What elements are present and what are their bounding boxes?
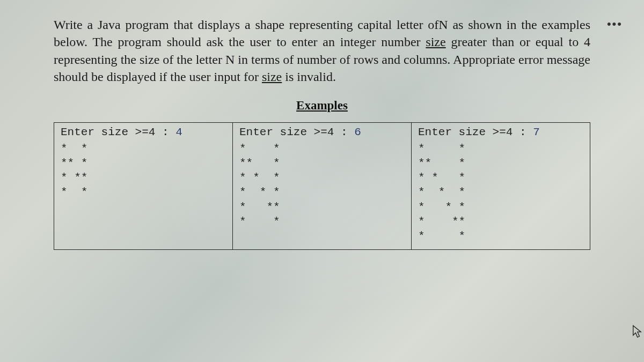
user-input-value: 6 <box>354 126 361 138</box>
example-input-line: Enter size >=4 : 6 <box>239 126 405 138</box>
input-prompt-label: Enter size >=4 : <box>418 126 533 138</box>
page-container: ••• Write a Java program that displays a… <box>0 0 644 362</box>
mouse-cursor-icon <box>632 324 642 338</box>
underlined-size: size <box>262 70 282 84</box>
more-options-icon[interactable]: ••• <box>607 18 623 30</box>
prompt-text: is invalid. <box>282 70 336 84</box>
example-cell: Enter size >=4 : 6 * * ** * * * * * * * … <box>233 122 412 249</box>
examples-table: Enter size >=4 : 4 * * ** * * ** * * Ent… <box>54 122 590 250</box>
example-input-line: Enter size >=4 : 4 <box>61 126 226 138</box>
user-input-value: 4 <box>175 126 182 138</box>
prompt-text: Write a Java program that displays a sha… <box>54 18 438 32</box>
user-input-value: 7 <box>533 126 540 138</box>
input-prompt-label: Enter size >=4 : <box>61 126 175 138</box>
input-prompt-label: Enter size >=4 : <box>239 126 354 138</box>
example-output: * * ** * * * * * * * * * * * ** * * <box>418 142 583 244</box>
example-cell: Enter size >=4 : 7 * * ** * * * * * * * … <box>412 122 590 249</box>
prompt-text: N <box>438 18 448 32</box>
example-cell: Enter size >=4 : 4 * * ** * * ** * * <box>54 122 233 249</box>
examples-heading: Examples <box>54 99 590 113</box>
underlined-size: size <box>426 35 445 49</box>
example-output: * * ** * * ** * * <box>61 142 226 200</box>
question-prompt: Write a Java program that displays a sha… <box>54 16 590 86</box>
example-output: * * ** * * * * * * * * ** * * <box>239 142 405 230</box>
example-input-line: Enter size >=4 : 7 <box>418 126 583 138</box>
